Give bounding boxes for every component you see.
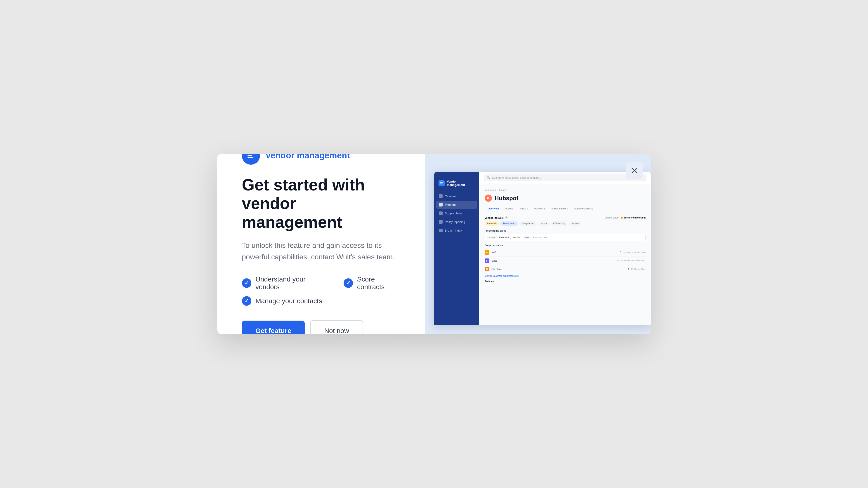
stage-research: Research bbox=[485, 221, 499, 226]
subprocessor-stripe: S Stripe 📍 Amsterdam, The Netherlan... bbox=[485, 257, 646, 265]
aws-name: AWS bbox=[491, 251, 496, 254]
check-icon-understand bbox=[242, 278, 251, 288]
sidebar-supply-icon bbox=[439, 212, 442, 215]
app-mockup: Vendor management Overview Vendors bbox=[434, 172, 651, 334]
task-expand-icon: › bbox=[643, 236, 643, 239]
get-feature-button[interactable]: Get feature bbox=[242, 321, 305, 334]
sidebar-nav: Overview Vendors Supply chain bbox=[434, 192, 479, 234]
sidebar-breach-icon bbox=[439, 229, 442, 232]
search-icon: 🔍 bbox=[487, 176, 490, 180]
check-icon-manage bbox=[242, 296, 251, 306]
feature-text-manage: Manage your contacts bbox=[255, 297, 322, 305]
stage-inactive: Inactive bbox=[569, 221, 581, 226]
stage-security: Security on... bbox=[500, 221, 518, 226]
sidebar-vendors-label: Vendors bbox=[445, 203, 456, 206]
svg-rect-5 bbox=[440, 184, 442, 184]
feature-item-score: Score contracts bbox=[344, 275, 400, 291]
stage-dot bbox=[621, 217, 623, 219]
tab-access[interactable]: Access bbox=[502, 205, 516, 212]
check-icon-score bbox=[344, 278, 353, 288]
cloudflare-logo: C bbox=[485, 267, 489, 271]
sidebar-item-breach-index[interactable]: Breach index bbox=[436, 226, 477, 234]
subprocessors-section: Subprocessors A AWS 📍 Washington, United… bbox=[485, 244, 646, 277]
subprocessor-aws: A AWS 📍 Washington, United State bbox=[485, 248, 646, 257]
app-content: Vendors > Hubspot H bbox=[479, 184, 651, 325]
lifecycle-info-icon: ⓘ bbox=[505, 216, 507, 219]
lifecycle-title: Vendor lifecycle bbox=[485, 217, 504, 219]
features-row-2: Manage your contacts bbox=[242, 296, 400, 306]
policies-section: Policies bbox=[485, 280, 646, 283]
task-status: New bbox=[523, 236, 530, 239]
feature-title-label: Vendor management bbox=[266, 154, 350, 160]
cloudflare-name: Cloudflare bbox=[491, 268, 502, 270]
feature-text-score: Score contracts bbox=[357, 275, 400, 291]
sidebar-item-overview[interactable]: Overview bbox=[436, 192, 477, 200]
modal-left-panel: Vendor management Get started with vendo… bbox=[217, 154, 425, 334]
stripe-name: Stripe bbox=[491, 260, 497, 262]
sidebar-item-supply-chain[interactable]: Supply chain bbox=[436, 209, 477, 217]
stripe-logo: S bbox=[485, 258, 489, 263]
aws-location: 📍 Washington, United State bbox=[620, 251, 646, 254]
tab-overview[interactable]: Overview bbox=[485, 205, 502, 212]
lifecycle-section: Vendor lifecycle ⓘ Current stage: Securi… bbox=[485, 216, 646, 226]
close-button[interactable] bbox=[626, 162, 643, 179]
sidebar-policy-icon bbox=[439, 220, 442, 224]
breadcrumb-separator: > bbox=[495, 189, 496, 191]
app-tabs: Overview Access Tasks 1 Policies 2 Subpr… bbox=[485, 205, 646, 212]
tab-surface-scanning[interactable]: Surface scanning bbox=[571, 205, 596, 212]
modal-overlay: Vendor management Get started with vendo… bbox=[0, 0, 868, 488]
svg-rect-4 bbox=[440, 183, 442, 184]
feature-header: Vendor management bbox=[242, 154, 400, 165]
task-row: SC-296 Preboarding checklist New 🗓 Apr 1… bbox=[485, 234, 646, 241]
tab-subprocessors[interactable]: Subprocessors bbox=[548, 205, 571, 212]
app-main: 🔍 Search for data, tasks, docs, and more… bbox=[479, 172, 651, 325]
aws-logo: A bbox=[485, 250, 489, 255]
svg-text:H: H bbox=[487, 197, 489, 199]
sidebar-brand: Vendor management bbox=[434, 176, 479, 192]
cloudflare-location: 📍 CA, United State bbox=[627, 268, 646, 270]
app-header: 🔍 Search for data, tasks, docs, and more… bbox=[479, 172, 651, 184]
task-name: Preboarding checklist bbox=[499, 236, 521, 239]
lifecycle-label: Vendor lifecycle ⓘ Current stage: Securi… bbox=[485, 216, 646, 219]
sidebar-overview-label: Overview bbox=[445, 195, 457, 198]
modal-description: To unlock this feature and gain access t… bbox=[242, 240, 400, 263]
svg-rect-0 bbox=[248, 154, 254, 154]
stage-active: Active bbox=[539, 221, 550, 226]
stage-offboarding: Offboarding bbox=[551, 221, 567, 226]
search-placeholder-text: Search for data, tasks, docs, and more..… bbox=[492, 176, 541, 180]
view-all-subprocessors[interactable]: View all LastPass subprocessors › bbox=[485, 275, 646, 277]
sidebar-item-vendors[interactable]: Vendors bbox=[436, 201, 477, 209]
svg-rect-3 bbox=[440, 182, 443, 183]
breadcrumb-vendors: Vendors bbox=[485, 189, 494, 191]
tab-policies[interactable]: Policies 2 bbox=[531, 205, 548, 212]
features-list: Understand your vendors Score contracts … bbox=[242, 275, 400, 306]
features-row-1: Understand your vendors Score contracts bbox=[242, 275, 400, 291]
feature-icon bbox=[242, 154, 260, 165]
sidebar-vendors-icon bbox=[439, 203, 442, 206]
sidebar-item-policy-reporting[interactable]: Policy reporting bbox=[436, 218, 477, 226]
stage-compliance: Compliance... bbox=[519, 221, 537, 226]
current-stage-value: Security onboarding bbox=[621, 217, 646, 219]
not-now-button[interactable]: Not now bbox=[310, 320, 363, 334]
task-date: 🗓 Apr 18, 2022 bbox=[533, 236, 547, 238]
modal: Vendor management Get started with vendo… bbox=[217, 154, 651, 334]
subprocessors-title: Subprocessors bbox=[485, 244, 646, 247]
sidebar-breach-label: Breach index bbox=[445, 229, 462, 232]
hubspot-logo: H bbox=[485, 195, 492, 202]
tab-tasks[interactable]: Tasks 1 bbox=[516, 205, 531, 212]
svg-rect-1 bbox=[248, 155, 252, 156]
modal-right-panel: Vendor management Overview Vendors bbox=[425, 154, 651, 334]
sidebar-policy-label: Policy reporting bbox=[445, 220, 465, 224]
app-window: Vendor management Overview Vendors bbox=[434, 172, 651, 325]
sidebar-brand-text: Vendor management bbox=[447, 180, 475, 187]
feature-item-manage: Manage your contacts bbox=[242, 296, 322, 306]
vendor-name-row: H Hubspot bbox=[485, 195, 646, 202]
search-bar[interactable]: 🔍 Search for data, tasks, docs, and more… bbox=[484, 174, 647, 181]
feature-text-understand: Understand your vendors bbox=[255, 275, 326, 291]
sidebar-overview-icon bbox=[439, 194, 442, 198]
breadcrumb-vendor: Hubspot bbox=[498, 189, 507, 191]
feature-item-understand: Understand your vendors bbox=[242, 275, 326, 291]
task-id: SC-296 bbox=[487, 236, 497, 239]
vendor-heading: Hubspot bbox=[495, 195, 518, 202]
subprocessor-cloudflare: C Cloudflare 📍 CA, United State bbox=[485, 265, 646, 273]
